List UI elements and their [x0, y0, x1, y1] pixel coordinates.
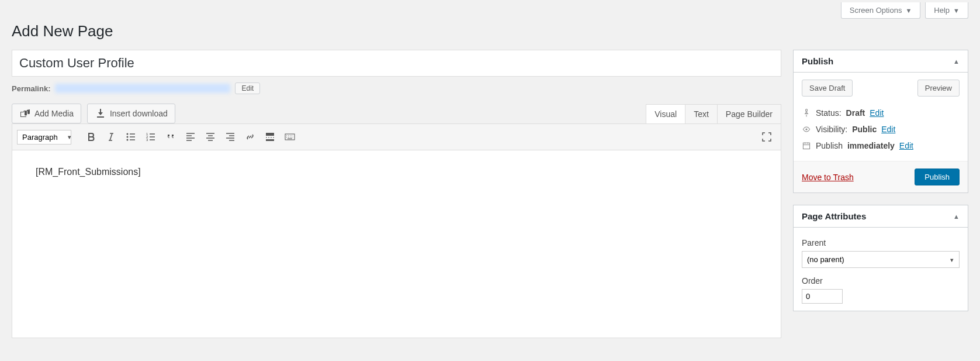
order-label: Order — [802, 276, 960, 286]
move-to-trash-link[interactable]: Move to Trash — [802, 173, 854, 182]
svg-rect-6 — [266, 133, 274, 136]
order-input[interactable] — [802, 289, 843, 304]
publish-edit-link[interactable]: Edit — [899, 141, 913, 150]
list-ol-icon: 123 — [145, 131, 157, 143]
read-more-button[interactable] — [261, 128, 279, 146]
visibility-line: Visibility: Public Edit — [802, 121, 960, 137]
publish-button[interactable]: Publish — [915, 169, 960, 185]
publish-value: immediately — [847, 141, 895, 150]
align-left-icon — [185, 131, 196, 143]
permalink-label: Permalink: — [12, 84, 50, 93]
align-right-button[interactable] — [221, 128, 240, 146]
svg-rect-7 — [266, 139, 274, 141]
align-center-button[interactable] — [201, 128, 220, 146]
blockquote-button[interactable] — [161, 128, 180, 146]
bullet-list-button[interactable] — [122, 128, 140, 146]
visibility-edit-link[interactable]: Edit — [881, 125, 895, 134]
chevron-down-icon: ▼ — [953, 7, 960, 14]
visibility-value: Public — [852, 125, 877, 134]
permalink-url[interactable] — [55, 84, 230, 93]
align-right-icon — [224, 131, 236, 143]
insert-download-button[interactable]: Insert download — [87, 104, 175, 123]
svg-rect-10 — [803, 143, 809, 149]
post-title-input[interactable] — [12, 50, 781, 77]
link-icon — [244, 131, 256, 143]
page-attributes-box: Page Attributes ▲ Parent (no parent) Ord… — [793, 205, 968, 311]
download-icon — [95, 108, 106, 119]
svg-point-9 — [805, 128, 807, 130]
status-edit-link[interactable]: Edit — [870, 108, 884, 118]
link-button[interactable] — [241, 128, 259, 146]
keyboard-icon — [284, 131, 296, 143]
svg-point-2 — [127, 139, 129, 141]
calendar-icon — [802, 141, 811, 150]
insert-more-icon — [264, 131, 276, 143]
attributes-box-title: Page Attributes — [802, 211, 866, 221]
fullscreen-button[interactable] — [757, 128, 776, 146]
pin-icon — [802, 108, 811, 118]
editor-content-area[interactable]: [RM_Front_Submissions] — [12, 150, 781, 338]
parent-label: Parent — [802, 238, 960, 247]
svg-point-0 — [127, 133, 129, 135]
status-value: Draft — [846, 108, 865, 118]
align-center-icon — [205, 131, 216, 143]
eye-icon — [802, 125, 811, 134]
bold-button[interactable] — [82, 128, 101, 146]
chevron-down-icon: ▼ — [905, 7, 912, 14]
permalink-edit-button[interactable]: Edit — [235, 82, 260, 94]
quote-icon — [165, 131, 176, 143]
editor-text: [RM_Front_Submissions] — [36, 167, 141, 177]
save-draft-button[interactable]: Save Draft — [802, 80, 853, 97]
screen-options-label: Screen Options — [850, 6, 902, 15]
toolbar-toggle-button[interactable] — [281, 128, 299, 146]
collapse-icon[interactable]: ▲ — [953, 213, 960, 220]
help-button[interactable]: Help ▼ — [925, 2, 968, 19]
collapse-icon[interactable]: ▲ — [953, 58, 960, 65]
add-media-button[interactable]: Add Media — [12, 104, 81, 123]
number-list-button[interactable]: 123 — [141, 128, 160, 146]
publish-box: Publish ▲ Save Draft Preview Status: Dra… — [793, 50, 968, 193]
format-select[interactable]: Paragraph — [17, 130, 71, 145]
tab-page-builder[interactable]: Page Builder — [717, 104, 781, 123]
tab-visual[interactable]: Visual — [646, 104, 685, 123]
svg-point-1 — [127, 136, 129, 138]
fullscreen-icon — [761, 131, 773, 143]
tab-text[interactable]: Text — [685, 104, 718, 123]
permalink-row: Permalink: Edit — [12, 82, 781, 94]
parent-select[interactable]: (no parent) — [802, 251, 960, 268]
italic-icon — [105, 131, 117, 143]
screen-options-button[interactable]: Screen Options ▼ — [841, 2, 921, 19]
add-media-label: Add Media — [34, 109, 74, 118]
visibility-label: Visibility: — [816, 125, 847, 134]
list-ul-icon — [125, 131, 137, 143]
publish-box-title: Publish — [802, 56, 833, 66]
help-label: Help — [934, 6, 950, 15]
italic-button[interactable] — [102, 128, 120, 146]
bold-icon — [85, 131, 97, 143]
align-left-button[interactable] — [181, 128, 200, 146]
editor-toolbar: Paragraph 123 — [12, 124, 781, 150]
editor-container: Paragraph 123 — [12, 123, 781, 338]
status-label: Status: — [816, 108, 842, 118]
svg-text:3: 3 — [146, 138, 148, 142]
publish-label: Publish — [816, 141, 843, 150]
page-title: Add New Page — [12, 22, 968, 40]
status-line: Status: Draft Edit — [802, 105, 960, 121]
schedule-line: Publish immediately Edit — [802, 137, 960, 154]
preview-button[interactable]: Preview — [917, 80, 960, 97]
camera-music-icon — [19, 108, 31, 119]
insert-download-label: Insert download — [110, 109, 168, 118]
